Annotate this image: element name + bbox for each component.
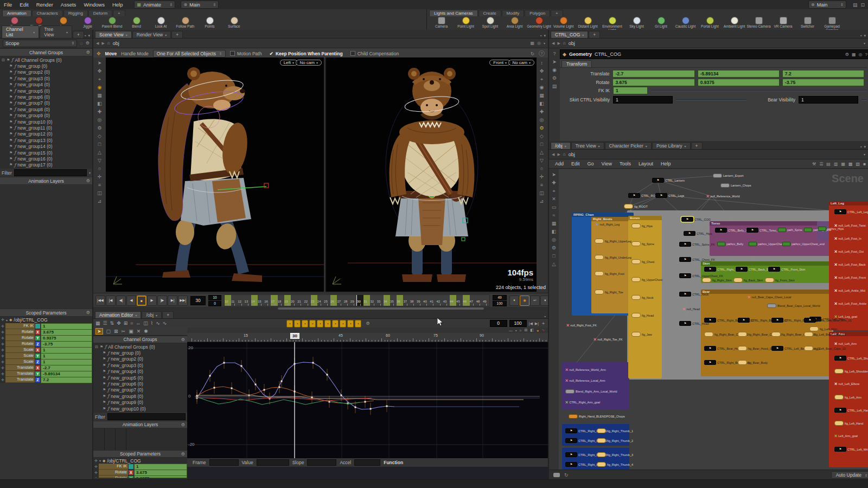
ae-toggle-1[interactable]: ▪ [294, 320, 301, 328]
net-tab-character-picker[interactable]: Character Picker▾ [605, 142, 652, 149]
pin-icon[interactable]: ✛ [0, 366, 5, 370]
network-node-null_left_foot_out[interactable]: ×null_Left_Foot_Out [834, 249, 864, 254]
playbar-right-button-0[interactable]: ✦ [509, 296, 519, 306]
ae-toggle-6[interactable]: ▪ [332, 320, 339, 328]
net-tab--obj[interactable]: /obj▾ [551, 142, 571, 149]
network-node-fig_bear_body[interactable]: fig_Bear_Body [738, 360, 768, 365]
filter-input[interactable] [14, 169, 87, 176]
display-option-icon-9[interactable]: ◇ [540, 133, 544, 139]
network-node-null_right_foot_fk[interactable]: ×null_Right_Foot_FK [566, 323, 597, 328]
viewport-tool-icon-7[interactable]: ◎ [98, 117, 102, 123]
auto-update-dropdown[interactable]: Auto Update⇕ [831, 471, 868, 479]
shelf-tab-polygon[interactable]: Polygon [525, 10, 550, 16]
value-input[interactable] [257, 459, 289, 466]
current-frame-field[interactable]: 30 [190, 296, 206, 305]
pin-icon[interactable]: ✛ [0, 348, 5, 352]
playbar-button-7[interactable]: ▶| [168, 296, 177, 306]
playbar-button-0[interactable]: |◀◀ [95, 296, 105, 306]
network-node-left_arm_goal[interactable]: ×Left_Arm_goal [834, 434, 858, 438]
shelf-tool-jiggle[interactable]: Jiggle [75, 16, 100, 29]
network-box-right-boots[interactable]: Right_Boots [591, 217, 633, 313]
tab-channel-list[interactable]: Channel List▾ [2, 25, 39, 38]
network-node-fig_hips[interactable]: fig_Hips [631, 223, 653, 228]
frame-25[interactable]: 25 [324, 295, 330, 306]
network-node-ctrl_front_skirt[interactable]: ⚑CTRL_Front_Skirt [768, 267, 805, 272]
scoped-param-row[interactable]: ✛ScaleZ1 [0, 359, 92, 365]
ae-toggle-4[interactable]: ▪ [317, 320, 323, 328]
pin-icon[interactable]: ✛ [0, 372, 5, 376]
playbar-button-2[interactable]: ◀| [116, 296, 126, 306]
menu-help[interactable]: Help [108, 2, 127, 8]
frame-35[interactable]: 35 [390, 295, 397, 306]
frame-47[interactable]: 47 [470, 295, 476, 306]
forward-icon[interactable]: ▶ [557, 152, 560, 157]
frame-input[interactable] [209, 459, 239, 466]
playbar-button-1[interactable]: |◀ [106, 296, 116, 306]
frame-27[interactable]: 27 [337, 295, 343, 306]
playbar-button-8[interactable]: ▶▶| [178, 296, 188, 306]
shelf-tool-look-at[interactable]: Look At [149, 16, 173, 29]
param-field[interactable]: 0.9375 [698, 79, 780, 86]
frame-43[interactable]: 43 [443, 295, 450, 306]
param-field[interactable]: -5.89134 [698, 70, 780, 78]
check-motion-path[interactable]: Motion Path [230, 51, 261, 56]
net-menubar-icon-5[interactable]: ▩ [848, 162, 853, 166]
tab-render-view[interactable]: Render View▾ [132, 31, 171, 38]
pin-icon[interactable]: ✛ [0, 342, 5, 346]
tree-item[interactable]: ⚑ƒnew_group8 (0) [2, 106, 92, 112]
tree-root-item[interactable]: ⊟⚑ƒAll Channel Groups (0) [95, 344, 187, 350]
frame-37[interactable]: 37 [403, 295, 410, 306]
network-node-fig_right_underleg[interactable]: fig_Right_UnderLeg [595, 255, 631, 260]
filter-menu-icon[interactable]: ▾ [89, 171, 91, 175]
shelf-tab-characters[interactable]: Characters [32, 10, 63, 16]
frame-10[interactable]: 10 [225, 295, 231, 306]
pin-icon[interactable]: ✛ [93, 477, 99, 478]
network-node-pathcv_belly[interactable]: pathcv_Belly [717, 242, 743, 246]
viewport-tool-icon-5[interactable]: ◧ [97, 101, 102, 106]
ae-select-1[interactable]: ▢ [106, 329, 111, 334]
shelf-tab-lights-and-cameras[interactable]: Lights and Cameras [429, 10, 478, 16]
tree-item[interactable]: ⚑ƒnew_group2 (0) [95, 356, 187, 362]
playbar-button-5[interactable]: ▶ [147, 296, 157, 306]
tab-add[interactable]: + [73, 31, 84, 38]
gear-icon[interactable]: ⚙ [86, 41, 90, 46]
network-node-fig_right_skirt[interactable]: fig_Right_Skirt [702, 278, 732, 282]
viewport-tool-icon-14[interactable]: ✛ [98, 174, 102, 179]
tree-item[interactable]: ⚑ƒnew_group16 (0) [2, 156, 92, 162]
tree-item[interactable]: ⚑ƒnew_group6 (0) [95, 381, 187, 387]
ae-toggle-5[interactable]: ▪ [324, 320, 331, 328]
ae-tool-5[interactable]: ⌗ [130, 320, 133, 326]
graph-range-start[interactable]: 0 [490, 320, 507, 327]
pin-icon[interactable]: ✛ [0, 378, 5, 382]
network-node-null_reference_world_arm[interactable]: ×null_Reference_World_Arm [565, 368, 606, 372]
tree-item[interactable]: ⚑ƒnew_group6 (0) [2, 94, 92, 100]
ae-toggle-8[interactable]: ▪ [347, 320, 354, 328]
graph-plot[interactable]: 200-20 [187, 342, 548, 458]
network-node-fig_head[interactable]: fig_Head [631, 313, 654, 318]
network-node-fig_jaw[interactable]: fig_Jaw [631, 332, 652, 337]
tree-item[interactable]: ⚑ƒnew_group4 (0) [2, 82, 92, 88]
network-node-blend_right_arm_local_world[interactable]: Blend_Right_Arm_Local_World [565, 389, 617, 394]
ae-select-2[interactable]: ⊠ [114, 329, 118, 334]
tab-obj[interactable]: /obj▾ [142, 311, 162, 318]
frame-12[interactable]: 12 [238, 295, 244, 306]
view-camera-pill[interactable]: No cam▾ [296, 60, 322, 66]
scoped-param-row[interactable]: ✛RotateX3.675 [93, 470, 187, 476]
pane-menu-icon[interactable]: ▾ [88, 34, 90, 38]
help-icon[interactable]: ? [539, 50, 545, 56]
display-option-icon-2[interactable]: ⌖ [540, 76, 543, 82]
tree-root-item[interactable]: ⊟⚑ƒAll Channel Groups (0) [2, 57, 92, 63]
shelf-tab-rigging[interactable]: Rigging [63, 10, 88, 16]
camera-icon[interactable]: ▦ [530, 41, 534, 46]
display-option-icon-5[interactable]: ◧ [539, 101, 544, 106]
tree-item[interactable]: ⚑ƒnew_group4 (0) [95, 369, 187, 375]
gear-icon[interactable]: ⚙ [366, 321, 369, 326]
network-node-fig_right_thumb_2[interactable]: fig_Right_Thumb_2 [597, 438, 633, 443]
tree-item[interactable]: ⚑ƒnew_group15 (0) [2, 150, 92, 156]
pin-icon[interactable]: ✛ [93, 471, 99, 475]
viewport-right-quad[interactable]: Front▾ No cam▾ 104fps 9.59ms [325, 57, 537, 292]
ae-tool-10[interactable]: ∿ [163, 320, 167, 326]
frame-41[interactable]: 41 [430, 295, 436, 306]
pane-menu-icon[interactable]: ▾ [864, 34, 866, 38]
frame-22[interactable]: 22 [304, 295, 310, 306]
